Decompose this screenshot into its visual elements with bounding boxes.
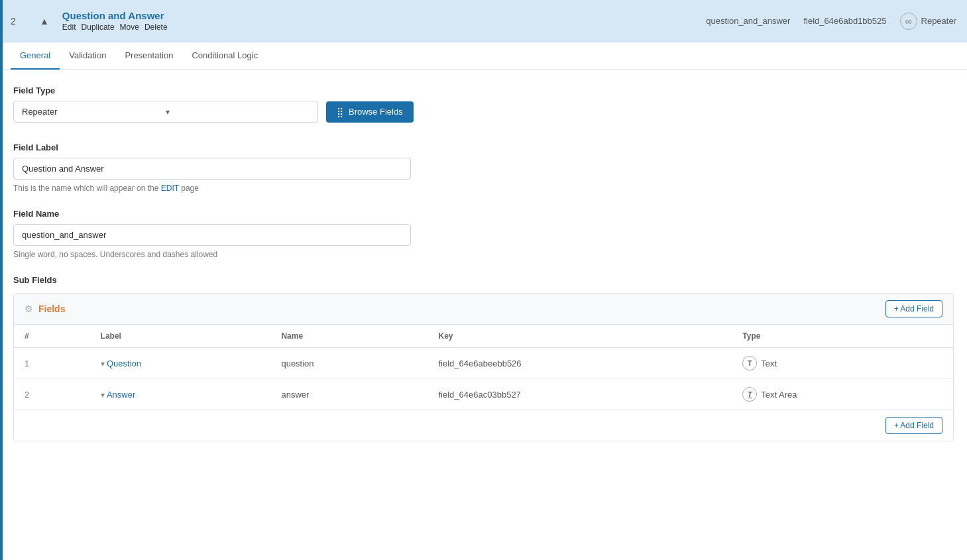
row-key-cell: field_64e6abeebb526 [428, 348, 732, 379]
field-name-hint: Single word, no spaces. Underscores and … [13, 250, 954, 259]
tabs-bar: General Validation Presentation Conditio… [0, 42, 967, 70]
row-type-cell: T Text [732, 348, 953, 379]
field-toggle-icon[interactable]: ▲ [40, 16, 49, 27]
col-name: Name [270, 325, 427, 348]
tab-general[interactable]: General [11, 42, 60, 70]
row-expand-icon[interactable]: ▾ [101, 390, 107, 400]
table-head: # Label Name Key Type [14, 325, 953, 348]
field-name-group: Field Name Single word, no spaces. Under… [13, 209, 954, 259]
row-label-link[interactable]: Question [107, 359, 141, 368]
row-number-cell: 1 [14, 348, 90, 379]
left-accent-bar [0, 0, 3, 560]
field-type-badge: ∞ Repeater [900, 13, 956, 30]
field-action-move[interactable]: Move [120, 23, 139, 32]
field-header: 2 ▲ Question and Answer Edit Duplicate M… [0, 0, 967, 42]
browse-fields-label: Browse Fields [349, 107, 403, 117]
sub-fields-container: ⚙ Fields + Add Field # Label Name K [13, 293, 954, 441]
sub-fields-tbody: 1 ▾ Question question field_64e6abeebb52… [14, 348, 953, 410]
row-label-cell: ▾ Question [90, 348, 271, 379]
field-action-delete[interactable]: Delete [144, 23, 168, 32]
row-label-cell: ▾ Answer [90, 379, 271, 410]
type-icon: T [742, 387, 757, 402]
add-field-bottom-label: + Add Field [894, 421, 934, 430]
fields-gear-icon: ⚙ [25, 304, 33, 314]
tab-presentation[interactable]: Presentation [115, 42, 182, 70]
row-name-cell: question [270, 348, 427, 379]
sub-fields-label: Sub Fields [13, 275, 954, 285]
field-type-label: Repeater [921, 16, 956, 26]
row-number-cell: 2 [14, 379, 90, 410]
browse-fields-button[interactable]: ⣿ Browse Fields [326, 101, 414, 123]
sub-fields-table: # Label Name Key Type 1 ▾ Question quest… [14, 325, 953, 410]
table-header-row: # Label Name Key Type [14, 325, 953, 348]
field-type-label-text: Field Type [13, 85, 954, 95]
field-header-actions: Edit Duplicate Move Delete [62, 23, 168, 32]
sub-fields-header: ⚙ Fields + Add Field [14, 294, 953, 325]
infinity-icon: ∞ [900, 13, 917, 30]
main-content: Field Type Repeater ▾ ⣿ Browse Fields Fi… [0, 70, 967, 473]
field-type-row: Repeater ▾ ⣿ Browse Fields [13, 101, 954, 123]
row-type-cell: T Text Area [732, 379, 953, 410]
field-label-text: Field Label [13, 142, 954, 152]
field-name-input[interactable] [13, 224, 411, 246]
table-row: 1 ▾ Question question field_64e6abeebb52… [14, 348, 953, 379]
field-action-edit[interactable]: Edit [62, 23, 76, 32]
edit-link[interactable]: EDIT [161, 184, 179, 193]
row-name-cell: answer [270, 379, 427, 410]
type-icon: T [742, 356, 757, 370]
field-type-select-value: Repeater [22, 107, 166, 117]
col-number: # [14, 325, 90, 348]
fields-title: Fields [38, 304, 65, 314]
grid-icon: ⣿ [337, 107, 343, 117]
field-header-key: field_64e6abd1bb525 [803, 16, 886, 26]
field-type-select[interactable]: Repeater ▾ [13, 101, 318, 123]
field-type-group: Field Type Repeater ▾ ⣿ Browse Fields [13, 85, 954, 123]
field-action-duplicate[interactable]: Duplicate [82, 23, 115, 32]
add-field-button-bottom[interactable]: + Add Field [885, 417, 942, 434]
col-label: Label [90, 325, 271, 348]
col-type: Type [732, 325, 953, 348]
add-field-top-label: + Add Field [894, 304, 934, 313]
type-label: Text [761, 359, 777, 368]
sub-fields-group: Sub Fields ⚙ Fields + Add Field [13, 275, 954, 441]
tab-conditional-logic[interactable]: Conditional Logic [182, 42, 267, 70]
field-header-slug: question_and_answer [706, 16, 790, 26]
field-name-label-text: Field Name [13, 209, 954, 219]
field-label-input[interactable] [13, 158, 411, 180]
sub-fields-footer: + Add Field [14, 410, 953, 441]
add-field-button-top[interactable]: + Add Field [885, 300, 942, 317]
field-header-title: Question and Answer [62, 10, 164, 21]
row-label-link[interactable]: Answer [107, 390, 135, 400]
row-key-cell: field_64e6ac03bb527 [428, 379, 732, 410]
field-row-number: 2 [11, 16, 27, 27]
row-expand-icon[interactable]: ▾ [101, 359, 107, 368]
chevron-down-icon: ▾ [166, 107, 310, 117]
type-label: Text Area [761, 390, 797, 400]
sub-fields-header-left: ⚙ Fields [25, 304, 65, 314]
col-key: Key [428, 325, 732, 348]
field-label-hint: This is the name which will appear on th… [13, 184, 954, 193]
field-label-group: Field Label This is the name which will … [13, 142, 954, 193]
table-row: 2 ▾ Answer answer field_64e6ac03bb527 T … [14, 379, 953, 410]
tab-validation[interactable]: Validation [60, 42, 115, 70]
field-header-meta: Question and Answer Edit Duplicate Move … [62, 10, 168, 32]
